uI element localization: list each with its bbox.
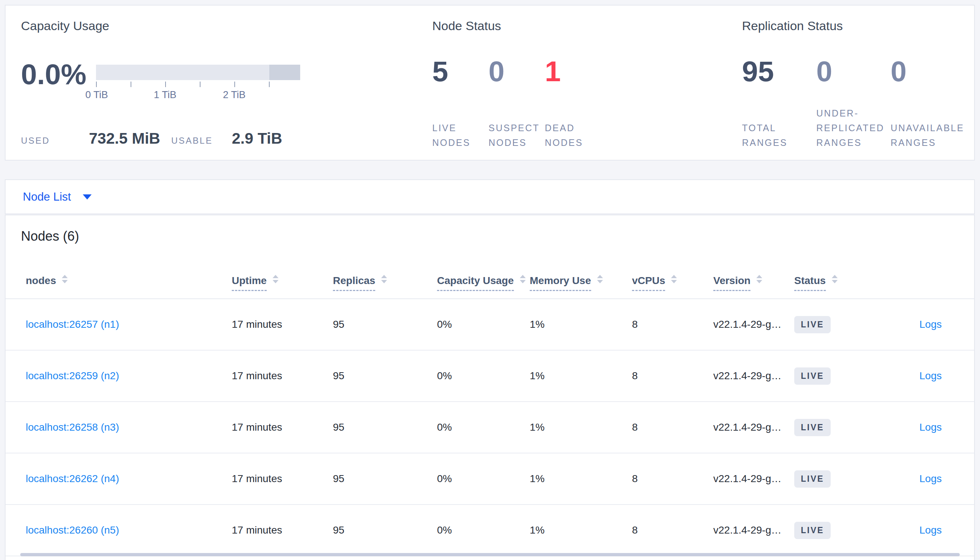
vcpus-cell: 8 bbox=[632, 524, 713, 536]
column-header-label: vCPUs bbox=[632, 275, 665, 291]
column-header-label: Memory Use bbox=[530, 275, 591, 291]
dead-nodes-stat: 1 DEAD NODES bbox=[545, 57, 601, 150]
status-badge: LIVE bbox=[794, 470, 831, 488]
suspect-nodes-label: SUSPECT NODES bbox=[488, 120, 545, 150]
memory-cell: 1% bbox=[530, 422, 632, 433]
live-nodes-stat: 5 LIVE NODES bbox=[432, 57, 488, 150]
logs-link[interactable]: Logs bbox=[919, 422, 942, 433]
logs-link[interactable]: Logs bbox=[919, 473, 942, 484]
status-badge: LIVE bbox=[794, 419, 831, 436]
sort-icon[interactable] bbox=[273, 275, 278, 283]
unavailable-ranges-label: UNAVAILABLE RANGES bbox=[891, 120, 965, 150]
axis-label: 1 TiB bbox=[154, 89, 177, 101]
suspect-nodes-stat: 0 SUSPECT NODES bbox=[488, 57, 545, 150]
view-selector-bar: Node List bbox=[5, 179, 975, 214]
capacity-bar bbox=[96, 65, 300, 80]
logs-link[interactable]: Logs bbox=[919, 524, 942, 536]
uptime-cell: 17 minutes bbox=[232, 370, 333, 382]
nodes-table-title: Nodes (6) bbox=[21, 228, 79, 244]
memory-cell: 1% bbox=[530, 473, 632, 485]
replicas-cell: 95 bbox=[333, 318, 437, 330]
axis-label: 0 TiB bbox=[85, 89, 108, 101]
cluster-summary-panel: Capacity Usage 0.0% 0 TiB 1 TiB bbox=[5, 5, 975, 161]
logs-link[interactable]: Logs bbox=[919, 318, 942, 330]
column-header-version[interactable]: Version bbox=[713, 275, 794, 287]
nodes-table-panel: Nodes (6) nodes Uptime Replicas Capacity… bbox=[5, 215, 975, 560]
live-nodes-label: LIVE NODES bbox=[432, 120, 488, 150]
table-row: localhost:26260 (n5) 17 minutes 95 0% 1%… bbox=[5, 505, 974, 556]
node-link[interactable]: localhost:26258 (n3) bbox=[26, 422, 119, 433]
sort-icon[interactable] bbox=[597, 275, 603, 283]
table-row: localhost:26258 (n3) 17 minutes 95 0% 1%… bbox=[5, 402, 974, 453]
node-link[interactable]: localhost:26260 (n5) bbox=[26, 524, 119, 536]
uptime-cell: 17 minutes bbox=[232, 318, 333, 330]
column-header-memory-use[interactable]: Memory Use bbox=[530, 275, 632, 287]
column-header-nodes[interactable]: nodes bbox=[26, 275, 232, 287]
sort-icon[interactable] bbox=[62, 275, 68, 283]
node-status-title: Node Status bbox=[432, 19, 501, 33]
column-header-replicas[interactable]: Replicas bbox=[333, 275, 437, 287]
capacity-used-usable: USED 732.5 MiB USABLE 2.9 TiB bbox=[21, 130, 282, 147]
vcpus-cell: 8 bbox=[632, 370, 713, 382]
sort-icon[interactable] bbox=[381, 275, 387, 283]
replicas-cell: 95 bbox=[333, 473, 437, 485]
sort-icon[interactable] bbox=[756, 275, 762, 283]
node-link[interactable]: localhost:26257 (n1) bbox=[26, 318, 119, 330]
uptime-cell: 17 minutes bbox=[232, 473, 333, 485]
unavailable-ranges-value: 0 bbox=[891, 57, 965, 86]
capacity-usage-panel: Capacity Usage 0.0% 0 TiB 1 TiB bbox=[21, 5, 323, 160]
live-nodes-value: 5 bbox=[432, 57, 488, 86]
replication-status-stats: 95 TOTAL RANGES 0 UNDER-REPLICATED RANGE… bbox=[742, 57, 965, 150]
column-header-label: Replicas bbox=[333, 275, 375, 291]
column-header-uptime[interactable]: Uptime bbox=[232, 275, 333, 287]
sort-icon[interactable] bbox=[520, 275, 526, 283]
vcpus-cell: 8 bbox=[632, 422, 713, 433]
horizontal-scrollbar[interactable] bbox=[20, 553, 960, 556]
replicas-cell: 95 bbox=[333, 422, 437, 433]
used-label: USED bbox=[21, 136, 50, 146]
tick bbox=[130, 82, 131, 87]
vcpus-cell: 8 bbox=[632, 473, 713, 485]
replicas-cell: 95 bbox=[333, 524, 437, 536]
capacity-percent-value: 0.0% bbox=[21, 60, 87, 102]
table-row: localhost:26257 (n1) 17 minutes 95 0% 1%… bbox=[5, 299, 974, 350]
node-link[interactable]: localhost:26262 (n4) bbox=[26, 473, 119, 484]
column-header-status[interactable]: Status bbox=[794, 275, 873, 287]
version-cell: v22.1.4-29-g… bbox=[713, 370, 794, 382]
column-header-label: nodes bbox=[26, 275, 56, 286]
capacity-usage-title: Capacity Usage bbox=[21, 19, 109, 33]
total-ranges-label: TOTAL RANGES bbox=[742, 120, 816, 150]
uptime-cell: 17 minutes bbox=[232, 524, 333, 536]
replication-status-title: Replication Status bbox=[742, 19, 843, 33]
chevron-down-icon[interactable] bbox=[83, 194, 92, 200]
status-badge: LIVE bbox=[794, 367, 831, 385]
vcpus-cell: 8 bbox=[632, 318, 713, 330]
logs-link[interactable]: Logs bbox=[919, 370, 942, 382]
total-ranges-value: 95 bbox=[742, 57, 816, 86]
sort-icon[interactable] bbox=[671, 275, 677, 283]
node-link[interactable]: localhost:26259 (n2) bbox=[26, 370, 119, 382]
node-list-dropdown[interactable]: Node List bbox=[23, 190, 71, 203]
version-cell: v22.1.4-29-g… bbox=[713, 524, 794, 536]
under-replicated-ranges-value: 0 bbox=[816, 57, 891, 86]
memory-cell: 1% bbox=[530, 524, 632, 536]
nodes-table-body: localhost:26257 (n1) 17 minutes 95 0% 1%… bbox=[5, 299, 974, 556]
column-header-vcpus[interactable]: vCPUs bbox=[632, 275, 713, 287]
replication-status-panel: Replication Status 95 TOTAL RANGES 0 UND… bbox=[742, 5, 974, 160]
tick bbox=[200, 82, 201, 87]
usable-value: 2.9 TiB bbox=[232, 130, 282, 147]
used-value: 732.5 MiB bbox=[89, 130, 161, 147]
node-status-stats: 5 LIVE NODES 0 SUSPECT NODES 1 DEAD NODE… bbox=[432, 57, 601, 150]
column-header-label: Capacity Usage bbox=[437, 275, 514, 291]
tick bbox=[96, 82, 97, 87]
dead-nodes-label: DEAD NODES bbox=[545, 120, 601, 150]
sort-icon[interactable] bbox=[832, 275, 838, 283]
usable-label: USABLE bbox=[171, 136, 212, 146]
capacity-bar-reserved-segment bbox=[269, 65, 300, 80]
axis-label: 2 TiB bbox=[223, 89, 246, 101]
column-header-label: Uptime bbox=[232, 275, 267, 291]
column-header-capacity-usage[interactable]: Capacity Usage bbox=[437, 275, 530, 287]
replicas-cell: 95 bbox=[333, 370, 437, 382]
under-replicated-ranges-stat: 0 UNDER-REPLICATED RANGES bbox=[816, 57, 891, 150]
capacity-cell: 0% bbox=[437, 524, 530, 536]
